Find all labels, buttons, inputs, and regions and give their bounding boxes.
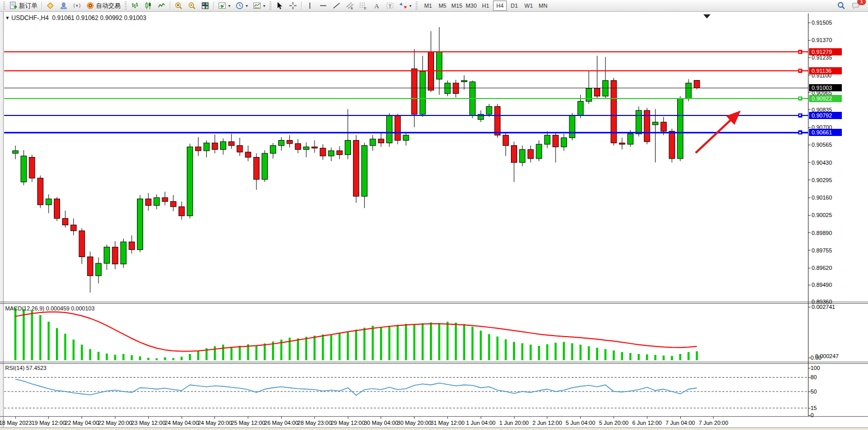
time-label: 28 May 23:00	[298, 420, 332, 426]
time-label: 30 May 20:00	[397, 420, 431, 426]
chevron-down-icon: ▾	[228, 4, 230, 8]
price-badge: 0.91136	[809, 67, 842, 74]
indicators-button[interactable]: ▾	[215, 0, 233, 11]
chart-shift-marker	[703, 14, 711, 18]
toolbar-grip[interactable]	[125, 2, 127, 10]
fibonacci-button[interactable]: F	[357, 0, 370, 11]
market-watch-button[interactable]	[44, 0, 57, 11]
time-label: 22 May 20:00	[98, 420, 132, 426]
time-label: 5 Jun 04:00	[566, 420, 596, 426]
gold-diamond-icon	[46, 2, 54, 10]
time-label: 24 May 20:00	[198, 420, 232, 426]
timeframe-button-m1[interactable]: M1	[421, 1, 435, 11]
horizontal-line-button[interactable]	[317, 0, 330, 11]
community-button[interactable]	[57, 0, 70, 11]
chart-menu-icon[interactable]: ▼	[5, 15, 10, 21]
tile-windows-button[interactable]	[199, 0, 212, 11]
price-tick-label: 0.90160	[812, 194, 832, 201]
channel-icon: E	[346, 2, 354, 10]
toolbar-grip[interactable]	[269, 2, 271, 10]
vertical-line-button[interactable]	[303, 0, 317, 11]
periods-button[interactable]: ▾	[233, 0, 250, 11]
zoom-out-button[interactable]	[185, 0, 199, 11]
macd-axis-bottom: 0.000247	[815, 353, 839, 359]
high-value: 0.91062	[76, 14, 98, 22]
time-label: 25 May 12:00	[231, 420, 265, 426]
timeframe-button-m5[interactable]: M5	[436, 1, 449, 11]
time-label: 1 Jun 20:00	[499, 420, 529, 426]
close-value: 0.91003	[124, 14, 146, 22]
trend-arrow	[696, 113, 738, 153]
vertical-line-icon	[306, 2, 314, 10]
price-badge: 0.90661	[809, 129, 842, 136]
bar-chart-icon	[131, 2, 139, 10]
price-badge: 0.91279	[809, 48, 842, 55]
indicators-icon	[218, 2, 226, 10]
price-tick-label: 0.90565	[812, 142, 832, 148]
fibonacci-icon: F	[359, 2, 367, 10]
zoom-out-icon	[188, 2, 196, 10]
price-tick-label: 0.90430	[812, 160, 832, 166]
tile-windows-icon	[201, 2, 209, 10]
bar-chart-button[interactable]	[128, 0, 142, 11]
svg-text:A: A	[374, 2, 380, 10]
chevron-down-icon: ▾	[263, 4, 265, 8]
toolbar-separator	[170, 2, 170, 10]
splitter-rsi[interactable]	[0, 362, 868, 362]
trendline-button[interactable]	[330, 0, 343, 11]
person-icon	[60, 2, 68, 10]
templates-button[interactable]: ▾	[250, 0, 268, 11]
candlestick-chart-button[interactable]	[142, 0, 155, 11]
notifications-button[interactable]: 1	[849, 0, 863, 11]
timeframe-button-h1[interactable]: H1	[479, 1, 492, 11]
signals-button[interactable]	[70, 0, 84, 11]
autotrading-button[interactable]: 自动交易	[84, 0, 123, 11]
timeframe-button-h4[interactable]: H4	[493, 1, 507, 11]
price-badge: 0.90922	[809, 95, 842, 102]
text-button[interactable]: A	[370, 0, 383, 11]
open-value: 0.91061	[52, 14, 74, 22]
clock-icon	[235, 2, 244, 10]
new-order-button[interactable]: 新订单	[7, 0, 40, 11]
toolbar-grip[interactable]	[3, 2, 5, 10]
timeframe-button-m15[interactable]: M15	[450, 1, 464, 11]
timeframe-button-m30[interactable]: M30	[464, 1, 478, 11]
time-label: 31 May 12:00	[430, 420, 465, 426]
equidistant-channel-button[interactable]: E	[343, 0, 357, 11]
timeframe-button-w1[interactable]: W1	[522, 1, 536, 11]
time-label: 18 May 2023	[0, 420, 32, 426]
text-icon: A	[372, 2, 381, 10]
autotrading-label: 自动交易	[96, 2, 121, 10]
crosshair-button[interactable]	[286, 0, 300, 11]
timeframe-button-mn[interactable]: MN	[536, 1, 550, 11]
text-label-button[interactable]: T	[383, 0, 397, 11]
time-label: 26 May 04:00	[264, 420, 299, 426]
new-order-icon	[9, 2, 17, 10]
cursor-icon	[275, 2, 284, 10]
horizontal-line-icon	[319, 2, 327, 10]
line-chart-button[interactable]	[155, 0, 168, 11]
price-tick-label: 0.90295	[812, 177, 832, 183]
search-button[interactable]	[834, 0, 849, 11]
new-order-label: 新订单	[19, 2, 37, 10]
rsi-tick-label: 100	[811, 365, 820, 371]
mt4-window: 新订单 自动交易	[0, 0, 868, 430]
notification-badge: 1	[857, 0, 866, 5]
trendline-icon	[332, 2, 341, 10]
time-label: 6 Jun 12:00	[632, 420, 662, 426]
arrows-button[interactable]: ▾	[397, 0, 414, 11]
time-label: 2 Jun 12:00	[532, 420, 562, 426]
horizontal-lines-layer	[4, 50, 808, 134]
toolbar-separator	[213, 2, 214, 10]
svg-text:T: T	[389, 4, 392, 9]
zoom-in-button[interactable]	[172, 0, 185, 11]
cursor-button[interactable]	[273, 0, 286, 11]
timeframe-button-d1[interactable]: D1	[507, 1, 521, 11]
toolbar-grip[interactable]	[416, 2, 418, 10]
search-icon	[837, 1, 846, 10]
time-label: 23 May 12:00	[131, 420, 166, 426]
splitter-macd[interactable]	[0, 302, 868, 302]
time-label: 7 Jun 20:00	[699, 420, 728, 426]
time-label: 30 May 04:00	[364, 420, 398, 426]
price-tick-label: 0.89890	[812, 230, 832, 236]
